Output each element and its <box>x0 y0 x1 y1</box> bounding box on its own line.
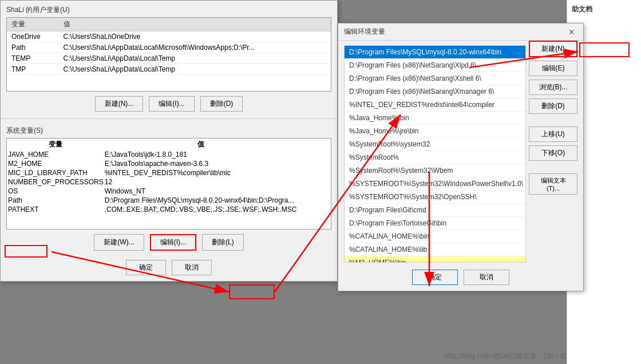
sys-row-val: 12 <box>105 178 297 186</box>
edit-text-button[interactable]: 编辑文本(T)... <box>529 173 577 195</box>
path-list-item[interactable]: D:\Program Files\TortoiseGit\bin <box>345 217 525 230</box>
user-row-var: TMP <box>7 64 59 75</box>
help-title-text: 助文档 <box>572 5 592 13</box>
user-delete-button[interactable]: 删除(D) <box>200 96 243 112</box>
user-buttons-row: 新建(N)... 编辑(I)... 删除(D) <box>1 92 337 116</box>
edit-ok-button[interactable]: 确定 <box>412 270 458 285</box>
sys-table-row[interactable]: M2_HOMEE:\JavaTools\apache-maven-3.6.3 <box>8 160 297 168</box>
user-col-var: 变量 <box>7 18 59 31</box>
user-table-row[interactable]: PathC:\Users\ShaLi\AppData\Local\Microso… <box>7 42 331 53</box>
user-col-val: 值 <box>59 18 331 31</box>
sys-variables-table[interactable]: 变量 值 JAVA_HOMEE:\JavaTools\jdk-1.8.0_181… <box>6 138 331 230</box>
path-list-item[interactable]: D:\Program Files (x86)\NetSarang\Xlpd 6\ <box>345 59 525 72</box>
sys-edit-button[interactable]: 编辑(I)... <box>150 234 196 251</box>
sys-row-val: Windows_NT <box>105 187 297 195</box>
sys-row-val: E:\JavaTools\apache-maven-3.6.3 <box>105 160 297 168</box>
user-row-val: C:\Users\ShaLi\AppData\Local\Temp <box>59 53 331 64</box>
edit-cancel-button[interactable]: 取消 <box>464 270 509 285</box>
edit-dialog-title: 编辑环境变量 <box>344 27 385 37</box>
edit-new-button[interactable]: 新建(N) <box>529 41 577 57</box>
path-list-item[interactable]: %SystemRoot%\System32\Wbem <box>345 164 525 177</box>
user-section-title: ShaLi 的用户变量(U) <box>6 6 70 14</box>
user-variables-table[interactable]: 变量 值 OneDriveC:\Users\ShaLi\OneDrivePath… <box>6 17 331 92</box>
edit-buttons-col: 新建(N) 编辑(E) 浏览(B)... 删除(D) 上移(U) 下移(O) 编… <box>529 41 577 195</box>
edit-close-button[interactable]: ✕ <box>566 27 577 37</box>
sys-table-row[interactable]: JAVA_HOMEE:\JavaTools\jdk-1.8.0_181 <box>8 151 297 159</box>
sys-row-val: D:\Program Files\MySQL\mysql-8.0.20-winx… <box>105 196 297 204</box>
env-variables-dialog: ShaLi 的用户变量(U) 变量 值 OneDriveC:\Users\Sha… <box>0 0 338 282</box>
path-list-item[interactable]: D:\Program Files\MySQL\mysql-8.0.20-winx… <box>345 46 525 59</box>
path-list-item[interactable]: %Java_Home%\bin <box>345 112 525 125</box>
sys-row-var: NUMBER_OF_PROCESSORS <box>8 178 104 186</box>
user-new-button[interactable]: 新建(N)... <box>95 96 144 112</box>
path-list-item[interactable]: %M2_HOME%\bin <box>345 256 525 263</box>
edit-browse-button[interactable]: 浏览(B)... <box>529 80 577 95</box>
sys-section-label: 系统变量(S) <box>1 121 337 138</box>
sys-table-row[interactable]: MIC_LD_LIBRARY_PATH%INTEL_DEV_REDIST%com… <box>8 169 297 177</box>
path-list-item[interactable]: %SYSTEMROOT%\System32\WindowsPowerShell\… <box>345 177 525 191</box>
sys-table-row[interactable]: PATHEXT.COM;.EXE;.BAT;.CMD;.VBS;.VBE;.JS… <box>8 205 297 213</box>
edit-bottom-row: 确定 取消 <box>338 265 583 291</box>
edit-move-up-button[interactable]: 上移(U) <box>529 126 577 142</box>
user-row-var: TEMP <box>7 53 59 64</box>
help-panel-title: 助文档 <box>567 0 641 19</box>
edit-env-dialog: 编辑环境变量 ✕ D:\Program Files\MySQL\mysql-8.… <box>338 23 584 291</box>
path-list-item[interactable]: %SystemRoot% <box>345 151 525 164</box>
path-list-item[interactable]: %SYSTEMROOT%\System32\OpenSSH\ <box>345 191 525 204</box>
edit-delete-button[interactable]: 删除(D) <box>529 98 577 114</box>
path-list-item[interactable]: %INTEL_DEV_REDIST%redist\intel64\compile… <box>345 98 525 112</box>
user-row-var: Path <box>7 42 59 53</box>
sys-row-var: JAVA_HOME <box>8 151 104 159</box>
path-list[interactable]: D:\Program Files\MySQL\mysql-8.0.20-winx… <box>344 45 526 263</box>
path-list-item[interactable]: %CATALINA_HOME%\bin <box>345 230 525 243</box>
user-row-val: C:\Users\ShaLi\AppData\Local\Temp <box>59 64 331 75</box>
sys-table-row[interactable]: OSWindows_NT <box>8 187 297 195</box>
edit-move-down-button[interactable]: 下移(O) <box>529 145 577 161</box>
sys-table-row[interactable]: NUMBER_OF_PROCESSORS12 <box>8 178 297 186</box>
sys-table-row[interactable]: PathD:\Program Files\MySQL\mysql-8.0.20-… <box>8 196 297 204</box>
edit-edit-button[interactable]: 编辑(E) <box>529 61 577 76</box>
sys-row-val: .COM;.EXE;.BAT;.CMD;.VBS;.VBE;.JS;.JSE;.… <box>105 205 297 213</box>
watermark: http://blog.csdn/@54IC/情景集 Ctrl / 笔 <box>445 351 567 361</box>
main-cancel-button[interactable]: 取消 <box>172 260 212 275</box>
user-table-row[interactable]: TMPC:\Users\ShaLi\AppData\Local\Temp <box>7 64 331 75</box>
sys-row-var: MIC_LD_LIBRARY_PATH <box>8 169 104 177</box>
sys-col-var: 变量 <box>8 140 104 149</box>
sys-row-var: PATHEXT <box>8 205 104 213</box>
path-list-item[interactable]: D:\Program Files (x86)\NetSarang\Xmanage… <box>345 85 525 98</box>
sys-delete-button[interactable]: 删除(L) <box>202 234 244 251</box>
user-table-row[interactable]: TEMPC:\Users\ShaLi\AppData\Local\Temp <box>7 53 331 64</box>
user-row-var: OneDrive <box>7 31 59 42</box>
sys-new-button[interactable]: 新建(W)... <box>94 234 144 251</box>
path-list-item[interactable]: %CATALINA_HOME%\lib <box>345 243 525 256</box>
path-list-item[interactable]: D:\Program Files (x86)\NetSarang\Xshell … <box>345 72 525 85</box>
sys-buttons-row: 新建(W)... 编辑(I)... 删除(L) <box>1 230 337 255</box>
sys-row-val: E:\JavaTools\jdk-1.8.0_181 <box>105 151 297 159</box>
user-row-val: C:\Users\ShaLi\OneDrive <box>59 31 331 42</box>
main-ok-button[interactable]: 确定 <box>126 260 166 275</box>
user-edit-button[interactable]: 编辑(I)... <box>149 96 194 112</box>
sys-section-title: 系统变量(S) <box>6 126 43 134</box>
path-list-item[interactable]: %Java_Home%\jre\bin <box>345 125 525 138</box>
main-bottom-row: 确定 取消 <box>1 255 337 281</box>
edit-dialog-titlebar: 编辑环境变量 ✕ <box>338 23 583 41</box>
sys-row-var: Path <box>8 196 104 204</box>
user-row-val: C:\Users\ShaLi\AppData\Local\Microsoft\W… <box>59 42 331 53</box>
sys-row-var: OS <box>8 187 104 195</box>
sys-col-val: 值 <box>105 140 297 149</box>
sys-row-var: M2_HOME <box>8 160 104 168</box>
sys-row-val: %INTEL_DEV_REDIST%compiler\lib\mic <box>105 169 297 177</box>
path-list-item[interactable]: %SystemRoot%\system32 <box>345 138 525 151</box>
user-table-row[interactable]: OneDriveC:\Users\ShaLi\OneDrive <box>7 31 331 42</box>
path-list-item[interactable]: D:\Program Files\Git\cmd <box>345 204 525 217</box>
user-section-label: ShaLi 的用户变量(U) <box>1 1 337 17</box>
